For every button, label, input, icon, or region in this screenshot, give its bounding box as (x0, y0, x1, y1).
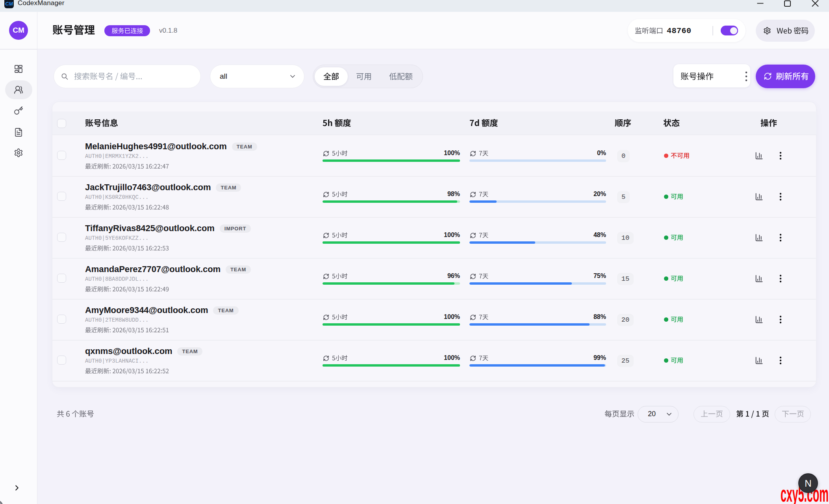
svg-text:CM: CM (5, 1, 13, 7)
